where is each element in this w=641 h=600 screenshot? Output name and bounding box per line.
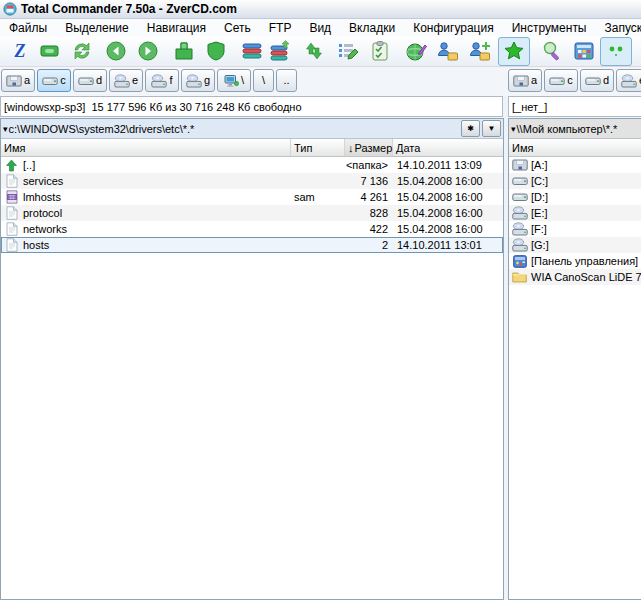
drive-left-network-button[interactable]: \ <box>217 69 251 92</box>
file-size: 422 <box>345 223 393 235</box>
drive-left-a-button[interactable]: a <box>1 69 35 92</box>
drive-button-label: c <box>60 75 66 86</box>
toolbar-user-folder2-button[interactable] <box>468 39 492 63</box>
toolbar-partial-button[interactable] <box>636 39 641 63</box>
network-icon <box>224 74 239 88</box>
column-header-name[interactable]: Имя <box>1 139 291 156</box>
list-item[interactable]: [F:] <box>509 221 641 237</box>
toolbar-z-button[interactable]: Z <box>8 39 32 63</box>
file-row[interactable]: protocol82815.04.2008 16:00 <box>1 205 503 221</box>
left-path-text: c:\WINDOWS\system32\drivers\etc\*.* <box>9 123 195 135</box>
title-bar[interactable]: Total Commander 7.50a - ZverCD.com <box>0 0 641 19</box>
hdd-icon <box>511 175 528 187</box>
drive-button-label: \ <box>241 75 244 86</box>
dots-icon <box>605 43 627 59</box>
drive-right-e-button[interactable]: e <box>616 69 641 92</box>
item-name: [E:] <box>531 207 548 219</box>
list-item[interactable]: [A:] <box>509 157 641 173</box>
list-item[interactable]: WIA CanoScan LiDE 70 <box>509 269 641 285</box>
drive-left-updir-button[interactable]: .. <box>276 69 297 92</box>
drive-right-a-button[interactable]: a <box>508 69 542 92</box>
menu-files[interactable]: Файлы <box>0 20 56 36</box>
favorites-asterisk-button[interactable]: ✱ <box>461 120 480 137</box>
file-name-cell: lmhosts <box>1 190 291 204</box>
app-icon[interactable] <box>3 2 17 16</box>
file-type: sam <box>291 191 345 203</box>
toolbar-cassette-button[interactable] <box>38 39 62 63</box>
file-row[interactable]: services7 13615.04.2008 16:00 <box>1 173 503 189</box>
toolbar-star-button[interactable] <box>498 37 530 66</box>
menu-start[interactable]: Запуск <box>596 20 641 36</box>
file-row[interactable]: [..]<папка>14.10.2011 13:09 <box>1 157 503 173</box>
file-icon <box>3 222 20 236</box>
drive-right-c-button[interactable]: c <box>544 69 578 92</box>
toolbar-dots-button[interactable] <box>600 37 632 66</box>
drive-left-e-button[interactable]: e <box>109 69 143 92</box>
drive-right-d-button[interactable]: d <box>580 69 614 92</box>
menu-tabs[interactable]: Вкладки <box>340 20 404 36</box>
file-row[interactable]: hosts214.10.2011 13:01 <box>1 237 503 253</box>
list-item[interactable]: [Панель управления] <box>509 253 641 269</box>
toolbar-user-folder-button[interactable] <box>436 39 460 63</box>
history-dropdown-button[interactable]: ▼ <box>482 120 501 137</box>
toolbar-globe-button[interactable] <box>404 39 428 63</box>
menu-configuration[interactable]: Конфигурация <box>404 20 503 36</box>
cd-icon <box>511 238 528 252</box>
left-path-bar[interactable]: ▾c:\WINDOWS\system32\drivers\etc\*.* ✱▼ <box>1 119 503 139</box>
file-size: <папка> <box>345 159 393 171</box>
list-item[interactable]: [C:] <box>509 173 641 189</box>
list-item[interactable]: [D:] <box>509 189 641 205</box>
list-item[interactable]: [E:] <box>509 205 641 221</box>
drive-left-g-button[interactable]: g <box>181 69 215 92</box>
column-header-type[interactable]: Тип <box>291 139 345 156</box>
toolbar-refresh-button[interactable] <box>70 39 94 63</box>
column-header-name[interactable]: Имя <box>509 139 641 156</box>
toolbar-back-button[interactable] <box>104 39 128 63</box>
file-name-cell: protocol <box>1 206 291 220</box>
column-header-date[interactable]: Дата <box>393 139 503 156</box>
column-header-size[interactable]: ↓Размер <box>345 139 393 156</box>
back-icon <box>105 40 127 62</box>
file-row[interactable]: lmhostssam4 26115.04.2008 16:00 <box>1 189 503 205</box>
menu-net[interactable]: Сеть <box>215 20 260 36</box>
toolbar-edit-list-button[interactable] <box>336 39 360 63</box>
history-dropdown-icon: ▼ <box>488 125 496 133</box>
toolbar-grid-button[interactable] <box>572 39 596 63</box>
file-row[interactable]: networks42215.04.2008 16:00 <box>1 221 503 237</box>
file-date: 15.04.2008 16:00 <box>393 207 503 219</box>
item-name-cell: [C:] <box>509 175 641 187</box>
file-name: hosts <box>23 239 49 251</box>
toolbar-stack-arrow-button[interactable] <box>268 39 292 63</box>
drive-button-label: d <box>603 75 609 86</box>
item-name: [F:] <box>531 223 547 235</box>
file-name: networks <box>23 223 67 235</box>
menu-mark[interactable]: Выделение <box>56 20 138 36</box>
list-item[interactable]: [G:] <box>509 237 641 253</box>
toolbar-forward-button[interactable] <box>136 39 160 63</box>
drive-left-root-button[interactable]: \ <box>253 69 274 92</box>
menu-navigation[interactable]: Навигация <box>138 20 215 36</box>
toolbar-search-button[interactable] <box>540 39 564 63</box>
drive-left-d-button[interactable]: d <box>73 69 107 92</box>
toolbar-shield-button[interactable] <box>204 39 228 63</box>
right-path-bar[interactable]: ▾\\Мой компьютер\*.* <box>509 119 641 139</box>
toolbar-cube-button[interactable] <box>172 39 196 63</box>
drive-left-c-button[interactable]: c <box>37 69 71 92</box>
drive-left-f-button[interactable]: f <box>145 69 179 92</box>
toolbar-updown-button[interactable] <box>302 39 326 63</box>
menu-tools[interactable]: Инструменты <box>503 20 596 36</box>
menu-ftp[interactable]: FTP <box>260 20 301 36</box>
toolbar-stack-button[interactable] <box>240 39 264 63</box>
file-size: 2 <box>345 239 393 251</box>
hdd-icon <box>585 75 601 87</box>
hdd-icon <box>549 75 565 87</box>
drive-button-label: e <box>132 75 138 86</box>
file-date: 14.10.2011 13:09 <box>393 159 503 171</box>
drive-button-label: c <box>567 75 573 86</box>
sam-file-icon <box>3 190 20 204</box>
file-size: 4 261 <box>345 191 393 203</box>
menu-view[interactable]: Вид <box>300 20 340 36</box>
toolbar-checklist-button[interactable] <box>368 39 392 63</box>
grid-icon <box>573 40 595 62</box>
drive-button-label: f <box>169 75 172 86</box>
